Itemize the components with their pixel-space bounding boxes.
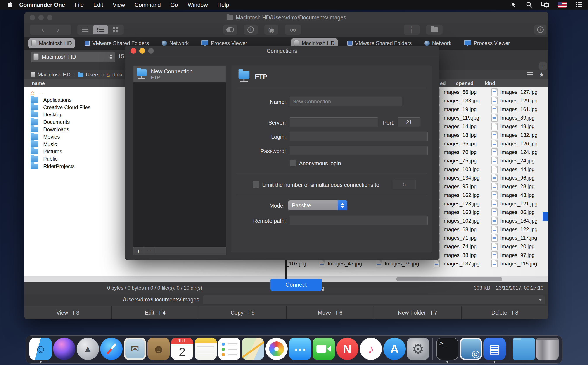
dock-item-news[interactable]: N: [336, 338, 358, 363]
fn-button-new[interactable]: New Folder - F7: [374, 306, 461, 319]
dock-item-mail[interactable]: ✉: [124, 338, 146, 363]
file-cell[interactable]: Images_121.jpg: [491, 200, 538, 207]
file-cell[interactable]: Images_103.jpg: [433, 166, 480, 173]
menu-item-file[interactable]: File: [75, 1, 84, 8]
us-flag-icon[interactable]: [558, 2, 567, 8]
fn-button-view[interactable]: View - F3: [24, 306, 111, 319]
file-cell[interactable]: Images_18.jpg: [433, 131, 477, 139]
chevron-down-icon[interactable]: [538, 299, 542, 301]
file-cell[interactable]: Images_164.jpg: [491, 217, 538, 225]
photos-icon[interactable]: [265, 338, 288, 360]
network-button[interactable]: [426, 25, 443, 35]
column-header-kind[interactable]: kind: [485, 81, 495, 86]
download-button[interactable]: ↓: [534, 25, 546, 35]
file-cell[interactable]: Images_47.jpg: [319, 260, 362, 267]
finder-icon[interactable]: ☺: [29, 338, 52, 360]
dock-item-downloads[interactable]: [513, 338, 535, 363]
file-cell[interactable]: Images_48.jpg: [491, 123, 534, 130]
preview-button[interactable]: ◉: [264, 25, 278, 35]
dock-item-safari[interactable]: [100, 338, 122, 363]
fn-button-edit[interactable]: Edit - F4: [112, 306, 198, 319]
menu-item-help[interactable]: Help: [217, 1, 229, 8]
file-cell[interactable]: Images_89.jpg: [491, 114, 534, 122]
file-cell[interactable]: Images_71.jpg: [433, 234, 477, 242]
reminders-icon[interactable]: [218, 338, 241, 360]
safari-icon[interactable]: [100, 338, 122, 360]
column-header-ed[interactable]: ed: [440, 81, 446, 86]
file-cell[interactable]: Images_20.jpg: [491, 243, 534, 250]
file-cell[interactable]: Images_95.jpg: [433, 183, 477, 190]
file-cell[interactable]: Images_133.jpg: [433, 97, 480, 104]
back-button[interactable]: ‹: [42, 26, 44, 34]
dock-item-notes[interactable]: [195, 338, 217, 363]
appstore-icon[interactable]: A: [383, 338, 406, 360]
column-header-opened[interactable]: opened: [456, 81, 474, 86]
dock-item-finder[interactable]: ☺: [29, 338, 52, 363]
dock-item-calendar[interactable]: JUL2: [171, 338, 193, 363]
file-cell[interactable]: Images_79.jpg: [376, 260, 419, 267]
file-cell[interactable]: Images_68.jpg: [433, 226, 477, 233]
search-icon[interactable]: [526, 1, 532, 8]
downloads-icon[interactable]: [513, 338, 535, 360]
selected-cell-clipped[interactable]: [543, 212, 548, 221]
file-cell[interactable]: Images_128.jpg: [433, 200, 480, 207]
messages-icon[interactable]: …: [289, 338, 311, 360]
dock-item-contacts[interactable]: ☻: [148, 338, 170, 363]
dock-item-photos[interactable]: [265, 338, 288, 363]
close-button[interactable]: [131, 48, 136, 54]
menu-item-window[interactable]: Window: [188, 1, 208, 8]
menu-item-view[interactable]: View: [113, 1, 125, 8]
file-cell[interactable]: s_107.jpg: [287, 260, 306, 267]
menu-item-edit[interactable]: Edit: [93, 1, 103, 8]
file-cell[interactable]: Images_134.jpg: [433, 174, 480, 182]
file-cell[interactable]: Images_102.jpg: [433, 217, 480, 225]
file-cell[interactable]: Images_127.jpg: [491, 88, 538, 96]
column-header-name[interactable]: name: [32, 81, 45, 86]
info-button[interactable]: i: [244, 25, 258, 35]
file-cell[interactable]: Images_38.jpg: [433, 252, 477, 259]
limit-checkbox[interactable]: [253, 181, 259, 188]
dock-item-facetime[interactable]: [312, 338, 335, 363]
file-cell[interactable]: Images_70.jpg: [433, 148, 477, 156]
file-cell[interactable]: Images_115.jpg: [491, 260, 537, 267]
right-hscrollbar-track[interactable]: [287, 276, 548, 282]
dock-item-appstore[interactable]: A: [383, 338, 406, 363]
breadcrumb-segment[interactable]: Macintosh HD: [38, 72, 71, 78]
file-cell[interactable]: Images_96.jpg: [491, 174, 534, 182]
dock-item-messages[interactable]: …: [289, 338, 311, 363]
dock-item-commander-one[interactable]: ▤: [483, 338, 506, 363]
dock-item-sysprefs[interactable]: ⚙: [407, 338, 429, 363]
contacts-icon[interactable]: ☻: [148, 338, 170, 360]
preview-icon[interactable]: ◎: [460, 338, 482, 360]
dock-item-preview[interactable]: ◎: [460, 338, 482, 363]
port-field[interactable]: 21: [398, 118, 420, 127]
file-cell[interactable]: Images_44.jpg: [491, 166, 534, 173]
archive-button[interactable]: ┆: [404, 25, 420, 35]
dock-item-maps[interactable]: [242, 338, 264, 363]
file-cell[interactable]: Images_06.jpg: [491, 209, 534, 216]
dock-item-terminal[interactable]: >_: [436, 338, 459, 363]
file-cell[interactable]: Images_124.jpg: [491, 148, 538, 156]
file-cell[interactable]: Images_163.jpg: [433, 209, 480, 216]
file-cell[interactable]: Images_74.jpg: [433, 243, 477, 250]
view-list-button[interactable]: [78, 25, 93, 34]
calendar-icon[interactable]: JUL2: [171, 338, 193, 360]
pointer-icon[interactable]: [511, 1, 517, 8]
launchpad-icon[interactable]: ▲: [77, 338, 99, 360]
login-field[interactable]: [290, 132, 428, 141]
siri-icon[interactable]: [53, 338, 75, 360]
dock-item-reminders[interactable]: [218, 338, 241, 363]
file-cell[interactable]: Images_132.jpg: [491, 131, 538, 139]
file-cell[interactable]: Images_97.jpg: [491, 252, 534, 259]
forward-button[interactable]: ›: [57, 26, 59, 34]
file-cell[interactable]: Images_75.jpg: [433, 157, 477, 164]
breadcrumb-segment[interactable]: dmx: [113, 72, 122, 78]
facetime-icon[interactable]: [312, 338, 335, 360]
file-cell[interactable]: Images_14.jpg: [433, 123, 477, 130]
file-cell[interactable]: Images_65.jpg: [433, 140, 477, 147]
connection-list-item[interactable]: New Connection FTP: [134, 66, 226, 82]
fn-button-move[interactable]: Move - F6: [287, 306, 374, 319]
right-hscrollbar-thumb[interactable]: [396, 277, 502, 281]
itunes-icon[interactable]: ♪: [360, 338, 382, 360]
commander-one-icon[interactable]: ▤: [483, 338, 506, 360]
